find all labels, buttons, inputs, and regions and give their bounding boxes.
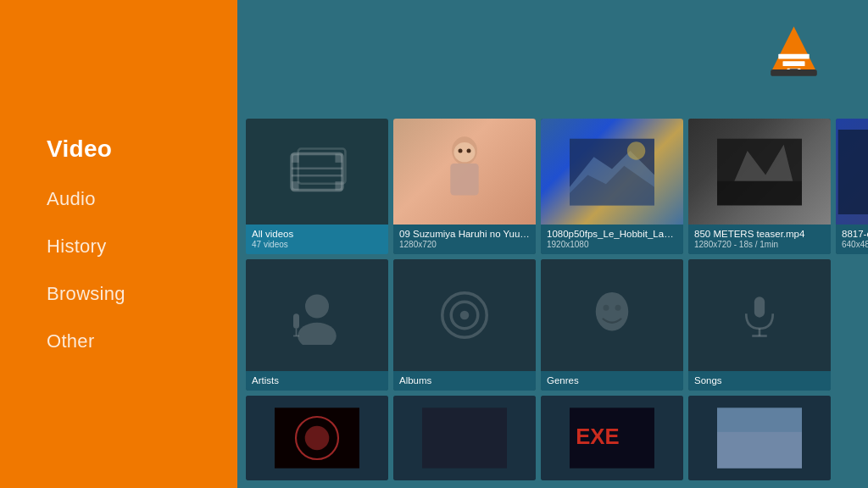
svg-rect-39 [754, 297, 765, 318]
tile-songs[interactable]: Songs [688, 259, 831, 391]
tile-info-hobbit: 1080p50fps_Le_Hobbit_La_d... 1920x1080 [541, 225, 683, 254]
video-row: All videos 47 videos 09 [246, 119, 868, 254]
svg-point-18 [459, 148, 463, 152]
tile-bottom-4[interactable] [688, 396, 831, 480]
svg-rect-10 [335, 153, 342, 162]
tile-subtitle-all-videos: 47 videos [252, 240, 382, 249]
tile-title-850meters: 850 METERS teaser.mp4 [694, 229, 825, 239]
tile-subtitle-hobbit: 1920x1080 [547, 240, 677, 249]
svg-rect-45 [422, 408, 507, 468]
tile-thumb-hobbit [541, 119, 683, 225]
tile-hobbit[interactable]: 1080p50fps_Le_Hobbit_La_d... 1920x1080 [541, 119, 683, 254]
svg-point-36 [596, 292, 629, 331]
tile-info-all-videos: All videos 47 videos [246, 225, 388, 254]
svg-point-19 [467, 148, 471, 152]
tile-info-songs: Songs [688, 371, 831, 391]
svg-rect-16 [450, 164, 478, 196]
svg-rect-3 [783, 61, 805, 66]
svg-rect-49 [717, 432, 802, 469]
svg-point-17 [454, 142, 476, 162]
svg-point-29 [298, 323, 337, 345]
content-grid: All videos 47 videos 09 [246, 119, 868, 488]
svg-rect-26 [717, 180, 802, 205]
tile-thumb-all-videos [246, 119, 388, 225]
sidebar-item-browsing[interactable]: Browsing [47, 283, 237, 305]
tile-info-8817: 8817-c 640x48 [836, 225, 868, 254]
vlc-logo [766, 24, 826, 83]
tile-title-hobbit: 1080p50fps_Le_Hobbit_La_d... [547, 229, 677, 239]
tile-subtitle-anime: 1280x720 [399, 240, 530, 249]
tile-title-anime: 09 Suzumiya Haruhi no Yuuut.. [399, 229, 530, 239]
tile-thumb-850meters [688, 119, 831, 225]
bottom-row: EXE [246, 396, 868, 480]
tile-thumb-albums [393, 259, 536, 371]
music-row: Artists Albums [246, 259, 868, 391]
tile-title-all-videos: All videos [252, 229, 382, 239]
tile-genres[interactable]: Genres [541, 259, 683, 391]
tile-thumb-songs [688, 259, 831, 371]
tile-thumb-artists [246, 259, 388, 371]
tile-thumb-b1 [246, 396, 388, 480]
svg-rect-6 [771, 69, 817, 76]
tile-bottom-2[interactable] [393, 396, 536, 480]
svg-point-23 [627, 141, 645, 159]
tile-title-artists: Artists [252, 375, 382, 385]
tile-info-albums: Albums [393, 371, 536, 391]
tile-artists[interactable]: Artists [246, 259, 388, 391]
svg-text:EXE: EXE [576, 424, 619, 448]
sidebar-item-history[interactable]: History [47, 236, 237, 258]
svg-rect-2 [778, 54, 809, 59]
tile-albums[interactable]: Albums [393, 259, 536, 391]
tile-thumb-anime [393, 119, 536, 225]
svg-point-44 [305, 426, 330, 451]
tile-thumb-genres [541, 259, 683, 371]
tile-info-anime: 09 Suzumiya Haruhi no Yuuut.. 1280x720 [393, 225, 536, 254]
tile-850meters[interactable]: 850 METERS teaser.mp4 1280x720 - 18s / 1… [688, 119, 831, 254]
tile-8817[interactable]: 8817-c 640x48 [836, 119, 868, 254]
tile-thumb-b3: EXE [541, 396, 683, 480]
svg-point-37 [604, 305, 609, 311]
main-content: All videos 47 videos 09 [237, 0, 868, 488]
tile-bottom-3[interactable]: EXE [541, 396, 683, 480]
tile-thumb-b2 [393, 396, 536, 480]
svg-rect-30 [293, 313, 299, 329]
tile-bottom-1[interactable] [246, 396, 388, 480]
tile-thumb-8817 [836, 119, 868, 225]
tile-subtitle-8817: 640x48 [842, 240, 868, 249]
tile-title-8817: 8817-c [842, 229, 868, 239]
svg-rect-27 [838, 130, 868, 214]
tile-info-artists: Artists [246, 371, 388, 391]
svg-point-38 [615, 305, 621, 311]
tile-anime[interactable]: 09 Suzumiya Haruhi no Yuuut.. 1280x720 [393, 119, 536, 254]
sidebar-item-other[interactable]: Other [47, 330, 237, 352]
svg-point-28 [305, 295, 329, 319]
tile-subtitle-850meters: 1280x720 - 18s / 1min [694, 240, 825, 249]
tile-info-850meters: 850 METERS teaser.mp4 1280x720 - 18s / 1… [688, 225, 831, 254]
tile-all-videos[interactable]: All videos 47 videos [246, 119, 388, 254]
tile-thumb-b4 [688, 396, 831, 480]
tile-title-albums: Albums [399, 375, 530, 385]
sidebar: Video Audio History Browsing Other [0, 0, 237, 488]
tile-title-songs: Songs [694, 375, 825, 385]
tile-info-genres: Genres [541, 371, 683, 391]
svg-point-35 [460, 311, 470, 320]
tile-title-genres: Genres [547, 375, 677, 385]
sidebar-item-video[interactable]: Video [47, 136, 237, 163]
sidebar-item-audio[interactable]: Audio [47, 188, 237, 210]
